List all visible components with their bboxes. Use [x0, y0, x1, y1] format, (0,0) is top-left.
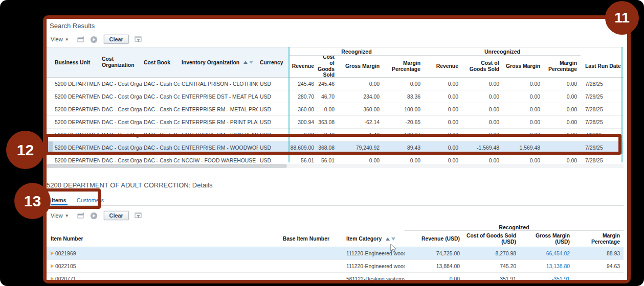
cell-business-unit: 5200 DEPARTMENT OF: [53, 90, 100, 103]
column-group-row: Recognized Unrecognized: [289, 47, 624, 56]
query-by-example-icon[interactable]: [134, 35, 143, 43]
cell-unrecognized-cogs: 0.00: [462, 78, 503, 90]
cell-margin-percentage: 94.63: [573, 260, 624, 272]
search-result-row[interactable]: 5200 DEPARTMENT OFDAC - Cost OrganizDAC …: [47, 78, 624, 90]
col-header-unrecognized-gross-margin[interactable]: Gross Margin: [503, 56, 544, 77]
cell-inventory-organization: CENTRAL PRISON - CLOTHING W: [180, 78, 258, 90]
cell-cost-book: DAC - Cash Cost B: [142, 103, 180, 115]
cell-recognized-cogs: 363.08: [318, 116, 338, 128]
items-table: Recognized Item Number Base Item Number …: [47, 224, 624, 280]
cell-recognized-margin-percentage: 100.00: [383, 103, 424, 115]
go-icon[interactable]: [90, 211, 99, 220]
col-header-unrecognized-cogs[interactable]: Cost of Goods Sold: [462, 56, 503, 77]
go-icon[interactable]: [90, 35, 99, 43]
sort-ascending-icon[interactable]: [386, 237, 390, 241]
search-results-toolbar: View ▼ Clear: [51, 34, 143, 45]
cell-recognized-cogs: 245.46: [318, 78, 338, 90]
cell-recognized-revenue: 360.00: [289, 103, 318, 115]
scrollbar-thumb[interactable]: [47, 164, 287, 168]
item-number-text: 0020771: [55, 276, 76, 280]
item-row[interactable]: 0022105111220-Engineered wood pro13,884.…: [47, 260, 624, 273]
row-selector-cell[interactable]: [47, 103, 53, 115]
cell-item-number[interactable]: 0022105: [47, 260, 241, 272]
cell-currency: USD: [258, 78, 289, 90]
cell-recognized-revenue: 300.94: [289, 116, 318, 128]
flag-icon: [51, 251, 54, 255]
col-header-cogs-usd[interactable]: Cost of Goods Sold (USD): [463, 231, 520, 247]
horizontal-scrollbar[interactable]: [47, 164, 624, 168]
col-header-unrecognized-margin-percentage[interactable]: Margin Percentage: [544, 56, 581, 77]
cell-recognized-margin-percentage: 83.36: [383, 90, 424, 103]
cell-business-unit: 5200 DEPARTMENT OF: [53, 116, 100, 128]
search-result-row[interactable]: 5200 DEPARTMENT OFDAC - Cost OrganizDAC …: [47, 103, 624, 116]
col-header-last-run-date[interactable]: Last Run Date: [581, 56, 624, 77]
cell-cost-organization: DAC - Cost Organiz: [100, 116, 142, 128]
col-header-unrecognized-revenue[interactable]: Revenue: [424, 56, 462, 77]
detach-icon[interactable]: [76, 35, 85, 43]
row-selector-cell[interactable]: [47, 116, 53, 128]
col-header-margin-percentage[interactable]: Margin Percentage: [573, 231, 624, 247]
cell-gross-margin-link[interactable]: 66,454.02: [520, 247, 573, 259]
cell-revenue-usd: 0.00: [405, 273, 463, 280]
sort-ascending-icon[interactable]: [243, 61, 248, 64]
cell-item-number[interactable]: 0021969: [47, 247, 241, 259]
col-header-recognized-margin-percentage[interactable]: Margin Percentage: [383, 56, 424, 77]
item-row[interactable]: 0021969111220-Engineered wood pro74,725.…: [47, 247, 624, 260]
cell-unrecognized-revenue: 0.00: [424, 78, 462, 90]
cell-business-unit: 5200 DEPARTMENT OF: [53, 78, 100, 90]
cell-unrecognized-revenue: 0.00: [424, 116, 462, 128]
col-header-business-unit[interactable]: Business Unit: [53, 60, 100, 65]
row-selector-cell[interactable]: [47, 78, 53, 90]
search-result-row[interactable]: 5200 DEPARTMENT OFDAC - Cost OrganizDAC …: [47, 90, 624, 103]
col-header-cost-organization[interactable]: Cost Organization: [100, 56, 142, 68]
col-header-inventory-organization[interactable]: Inventory Organization: [180, 60, 258, 65]
cell-base-item-number: [241, 247, 333, 259]
cell-unrecognized-cogs: 0.00: [462, 90, 503, 103]
clear-button[interactable]: Clear: [104, 211, 129, 220]
col-header-cost-book[interactable]: Cost Book: [142, 60, 180, 65]
items-table-body: 0021969111220-Engineered wood pro74,725.…: [47, 247, 624, 280]
cell-unrecognized-margin-percentage: 0.00: [544, 78, 581, 90]
cell-unrecognized-cogs: 0.00: [462, 116, 503, 128]
col-header-item-number[interactable]: Item Number: [47, 231, 241, 247]
cell-unrecognized-gross-margin: 0.00: [503, 116, 544, 128]
view-menu-button[interactable]: View ▼: [51, 36, 69, 42]
cell-last-run-date: 7/28/25: [581, 78, 624, 90]
caret-down-icon: ▼: [65, 213, 69, 218]
clear-button[interactable]: Clear: [104, 35, 129, 44]
annotation-callout-13: 13: [14, 183, 51, 219]
cell-recognized-revenue: 245.46: [289, 78, 318, 90]
cell-item-category: 111220-Engineered wood pro: [333, 260, 405, 272]
col-header-recognized-cogs[interactable]: Cost of Goods Sold: [318, 56, 338, 77]
cell-recognized-gross-margin: 0.00: [338, 78, 383, 90]
item-category-label: Item Category: [346, 236, 382, 242]
cell-recognized-cogs: 0.00: [318, 103, 338, 115]
annotation-callout-11: 11: [605, 1, 639, 35]
detach-icon[interactable]: [76, 211, 85, 220]
cell-unrecognized-margin-percentage: 0.00: [544, 90, 581, 103]
cell-base-item-number: [241, 260, 333, 272]
view-menu-label: View: [51, 36, 63, 42]
col-header-recognized-revenue[interactable]: Revenue: [289, 56, 318, 77]
cell-inventory-organization: ENTERPRISE DST - MEAT PLANT: [180, 90, 258, 103]
cell-inventory-organization: ENTERPRISE RM - PRINT PLANT: [180, 116, 258, 128]
col-header-revenue-usd[interactable]: Revenue (USD): [405, 231, 463, 247]
row-selector-cell[interactable]: [47, 90, 53, 103]
sort-descending-icon[interactable]: [249, 61, 253, 64]
cell-item-number[interactable]: 0020771: [47, 273, 241, 280]
col-header-base-item-number[interactable]: Base Item Number: [241, 231, 333, 247]
col-header-gross-margin-usd[interactable]: Gross Margin (USD): [520, 231, 573, 247]
col-header-recognized-gross-margin[interactable]: Gross Margin: [338, 56, 383, 77]
item-row[interactable]: 0020771561122-Desking systems0.00351.91-…: [47, 273, 624, 280]
cell-gross-margin-link[interactable]: -351.91: [520, 273, 573, 280]
cell-margin-percentage: 88.93: [573, 247, 624, 259]
cell-cogs-usd: 745.20: [463, 260, 520, 272]
view-menu-button[interactable]: View ▼: [51, 212, 69, 219]
cell-cogs-usd: 8,270.98: [463, 247, 520, 259]
query-by-example-icon[interactable]: [134, 211, 143, 220]
col-header-currency[interactable]: Currency: [258, 60, 289, 65]
sort-descending-icon[interactable]: [391, 237, 395, 241]
search-result-row[interactable]: 5200 DEPARTMENT OFDAC - Cost OrganizDAC …: [47, 116, 624, 129]
caret-down-icon: ▼: [65, 37, 69, 42]
cell-gross-margin-link[interactable]: 13,138.80: [520, 260, 573, 272]
